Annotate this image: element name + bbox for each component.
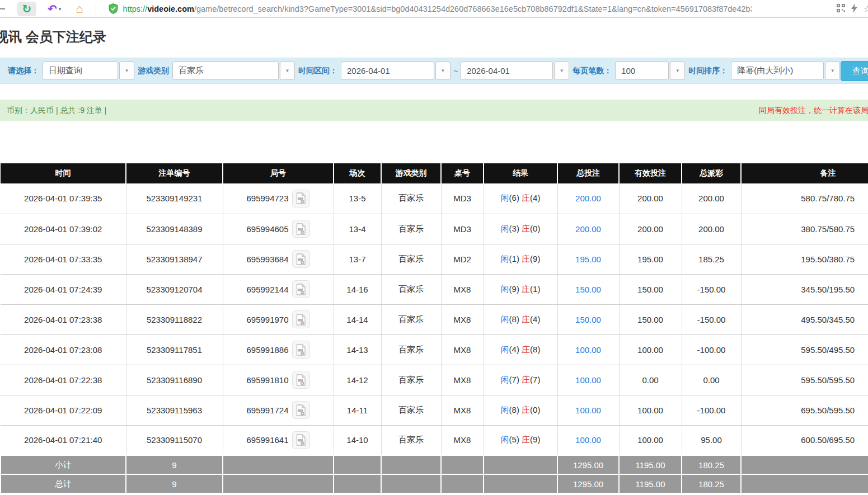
undo-button[interactable]: ↶ ▾ [44,2,64,16]
player-score: (8) [509,314,522,324]
round-id: 695994605 [246,224,288,234]
video-replay-button[interactable] [292,250,310,268]
summary-payout: 180.25 [682,455,741,474]
payout-cell: 0.00 [682,365,741,395]
qr-code-icon[interactable] [837,4,845,15]
date-from-arrow[interactable]: ▼ [435,62,451,80]
game-type-label: 游戏类别 [138,66,169,76]
time-cell: 2026-04-01 07:39:35 [1,183,126,214]
date-to-input[interactable]: 2026-04-01 [461,62,553,80]
result-cell: 闲(6) 庄(4) [484,183,557,214]
empty-cell [223,455,334,474]
column-header: 结果 [484,163,557,183]
total-bet-cell: 195.00 [557,244,619,274]
game-type-select[interactable]: 百家乐 [172,62,279,80]
range-separator: ~ [453,67,458,76]
time-cell: 2026-04-01 07:22:09 [1,395,126,425]
remark-cell: 580.75/780.75 [741,183,868,214]
time-cell: 2026-04-01 07:21:40 [1,425,126,455]
remark-cell: 695.50/595.50 [741,395,868,425]
empty-cell [381,474,441,493]
total-bet-link[interactable]: 150.00 [575,285,601,294]
url-domain: videoie.com [147,4,194,13]
bookmark-star-icon[interactable]: ☆ [864,4,868,13]
banker-label: 庄 [522,224,530,233]
total-bet-cell: 200.00 [557,214,619,244]
player-score: (6) [509,193,522,202]
game-type-cell: 百家乐 [381,395,441,425]
total-bet-cell: 200.00 [557,183,619,214]
bet-id-cell: 523309118822 [126,304,223,334]
round-id: 695991886 [246,345,288,355]
session-cell: 14-14 [334,304,381,334]
time-cell: 2026-04-01 07:33:35 [1,244,126,274]
total-bet-link[interactable]: 100.00 [575,345,601,355]
lightning-icon[interactable] [851,3,858,15]
banker-label: 庄 [522,405,530,414]
query-mode-select[interactable]: 日期查询 [43,62,118,80]
date-range-label: 时间区间： [298,66,337,76]
column-header: 备注 [741,163,868,183]
address-bar[interactable]: https://videoie.com/game/betrecord_searc… [109,3,752,14]
video-replay-button[interactable] [292,401,310,419]
total-bet-link[interactable]: 200.00 [575,194,601,203]
query-mode-label: 请选择： [8,66,39,76]
remark-cell: 345.50/195.50 [741,274,868,304]
bet-id-cell: 523309138947 [126,244,223,274]
sort-order-select-arrow[interactable]: ▼ [825,62,840,80]
page-title: 视讯 会员下注纪录 [0,28,106,46]
total-bet-cell: 150.00 [557,274,619,304]
security-shield-icon[interactable] [109,3,118,14]
total-bet-link[interactable]: 200.00 [575,224,601,234]
player-label: 闲 [501,405,509,414]
toolbar-divider [96,3,96,15]
player-label: 闲 [501,254,509,263]
video-replay-button[interactable] [292,190,310,208]
valid-bet-cell: 150.00 [619,274,682,304]
bet-id-cell: 523309149231 [126,183,223,214]
total-bet-cell: 150.00 [557,304,619,334]
page-size-select[interactable]: 100 [615,62,669,80]
search-button[interactable]: 查询 [841,61,868,81]
result-cell: 闲(9) 庄(1) [484,274,557,304]
bet-id-cell: 523309115070 [126,425,223,455]
column-header: 总派彩 [682,163,741,183]
reload-button[interactable]: ↻ [17,2,36,16]
bet-id-cell: 523309117851 [126,334,223,365]
home-button[interactable]: ⌂ [72,2,86,16]
video-replay-button[interactable] [292,220,310,238]
sort-order-select[interactable]: 降幂(由大到小) [731,62,824,80]
total-bet-link[interactable]: 195.00 [575,254,601,264]
query-mode-select-arrow[interactable]: ▼ [119,62,134,80]
video-replay-button[interactable] [292,310,310,328]
session-cell: 14-10 [334,425,381,455]
video-replay-button[interactable] [292,341,310,359]
subtotal-row: 小计91295.001195.00180.25 [1,455,868,474]
page-size-select-arrow[interactable]: ▼ [670,62,685,80]
result-cell: 闲(3) 庄(0) [484,214,557,244]
chevron-down-icon: ▼ [560,68,564,73]
currency-summary-bar: 币别：人民币 | 总共 :9 注单 | 同局有效投注，统一计算在该局第 [0,100,868,121]
payout-cell: 200.00 [682,214,741,244]
query-mode-value: 日期查询 [49,65,82,76]
game-type-select-arrow[interactable]: ▼ [280,62,295,80]
time-cell: 2026-04-01 07:22:38 [1,365,126,395]
empty-cell [223,474,334,493]
video-replay-button[interactable] [292,371,310,389]
remark-cell: 595.50/595.50 [741,365,868,395]
total-bet-cell: 100.00 [557,365,619,395]
total-bet-link[interactable]: 100.00 [575,406,601,415]
game-type-value: 百家乐 [179,65,204,76]
payout-cell: -150.00 [682,274,741,304]
total-bet-link[interactable]: 100.00 [575,435,601,445]
date-from-input[interactable]: 2026-04-01 [341,62,434,80]
video-replay-button[interactable] [292,280,310,298]
total-bet-link[interactable]: 100.00 [575,375,601,385]
empty-cell [334,474,381,493]
empty-cell [741,455,868,474]
total-bet-link[interactable]: 150.00 [575,315,601,324]
table-code-cell: MX8 [441,395,484,425]
banker-label: 庄 [522,284,530,294]
date-to-arrow[interactable]: ▼ [554,62,569,80]
video-replay-button[interactable] [292,431,310,449]
